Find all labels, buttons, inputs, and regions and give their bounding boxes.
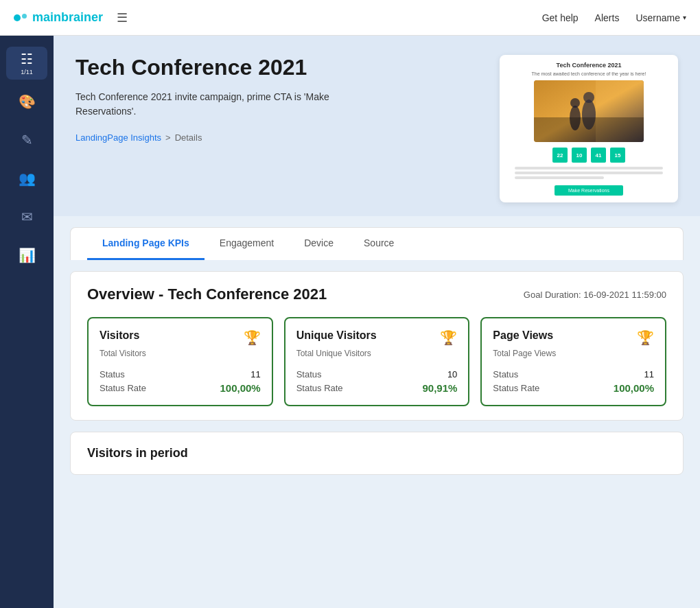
breadcrumb-link[interactable]: LandingPage Insights xyxy=(75,132,161,143)
unique-visitors-trophy-icon: 🏆 xyxy=(440,329,457,346)
design-icon: 🎨 xyxy=(19,93,36,110)
page-title: Tech Conference 2021 xyxy=(75,55,364,80)
unique-visitors-rate-row: Status Rate 90,91% xyxy=(296,382,458,394)
nav-right: Get help Alerts Username ▾ xyxy=(542,12,686,23)
svg-point-3 xyxy=(582,100,596,130)
preview-text-lines xyxy=(515,167,663,181)
visitors-rate-row: Status Rate 100,00% xyxy=(100,382,261,394)
sidebar-item-label-dashboard: 1/11 xyxy=(21,69,33,75)
metric-page-views-stats: Status 11 Status Rate 100,00% xyxy=(493,369,654,394)
sidebar-item-design[interactable]: 🎨 xyxy=(6,85,47,118)
edit-icon: ✎ xyxy=(21,132,33,148)
dashboard-icon: ☷ xyxy=(21,51,33,67)
logo-area: mainbrainer ☰ xyxy=(14,10,542,25)
analytics-icon: 📊 xyxy=(19,247,36,264)
page-views-status-value: 11 xyxy=(644,369,654,379)
sidebar: ☷ 1/11 🎨 ✎ 👥 ✉ 📊 xyxy=(0,36,54,608)
overview-title: Overview - Tech Conference 2021 xyxy=(87,285,327,303)
page-views-rate-label: Status Rate xyxy=(493,383,539,393)
metric-card-page-views-header: Page Views 🏆 xyxy=(493,329,654,346)
header-card: Tech Conference 2021 Tech Conference 202… xyxy=(54,36,700,216)
metric-unique-visitors-title: Unique Visitors xyxy=(296,329,377,342)
counter-3: 41 xyxy=(591,148,606,163)
visitors-rate-value: 100,00% xyxy=(220,382,260,394)
alerts-link[interactable]: Alerts xyxy=(595,12,620,23)
preview-counters: 22 10 41 15 xyxy=(552,148,625,163)
goal-duration-value: 16-09-2021 11:59:00 xyxy=(583,290,666,300)
page-views-rate-value: 100,00% xyxy=(614,382,654,394)
users-icon: 👥 xyxy=(19,170,36,187)
sidebar-item-analytics[interactable]: 📊 xyxy=(6,239,47,272)
counter-2: 10 xyxy=(572,148,587,163)
visitors-in-period-title: Visitors in period xyxy=(87,446,666,460)
svg-point-4 xyxy=(583,92,594,103)
preview-line-3 xyxy=(515,176,604,179)
visitors-status-value: 11 xyxy=(250,369,260,379)
header-description: Tech Conference 2021 invite campaign, pr… xyxy=(75,90,364,119)
preview-cta-button: Make Reservations xyxy=(555,185,623,196)
unique-visitors-rate-label: Status Rate xyxy=(296,383,343,393)
metric-visitors-subtitle: Total Visitors xyxy=(100,349,261,358)
metric-card-unique-visitors: Unique Visitors 🏆 Total Unique Visitors … xyxy=(284,317,470,406)
metric-cards: Visitors 🏆 Total Visitors Status 11 Stat… xyxy=(87,317,666,406)
metric-unique-visitors-subtitle: Total Unique Visitors xyxy=(296,349,458,358)
top-nav: mainbrainer ☰ Get help Alerts Username ▾ xyxy=(0,0,700,36)
sidebar-item-edit[interactable]: ✎ xyxy=(6,124,47,156)
sidebar-item-dashboard[interactable]: ☷ 1/11 xyxy=(6,47,47,80)
metric-page-views-subtitle: Total Page Views xyxy=(493,349,654,358)
mail-icon: ✉ xyxy=(21,209,33,225)
preview-title: Tech Conference 2021 xyxy=(557,62,622,69)
tab-device[interactable]: Device xyxy=(289,228,349,260)
breadcrumb-separator: > xyxy=(165,132,171,143)
sidebar-item-mail[interactable]: ✉ xyxy=(6,200,47,233)
overview-header: Overview - Tech Conference 2021 Goal Dur… xyxy=(87,285,666,303)
get-help-link[interactable]: Get help xyxy=(542,12,579,23)
visitors-status-row: Status 11 xyxy=(100,369,261,379)
breadcrumb: LandingPage Insights > Details xyxy=(75,132,364,143)
page-views-status-row: Status 11 xyxy=(493,369,654,379)
metric-card-unique-visitors-header: Unique Visitors 🏆 xyxy=(296,329,458,346)
main-layout: ☷ 1/11 🎨 ✎ 👥 ✉ 📊 Tech Conference 2021 Te… xyxy=(0,36,700,608)
goal-duration: Goal Duration: 16-09-2021 11:59:00 xyxy=(524,290,666,300)
user-menu[interactable]: Username ▾ xyxy=(635,12,686,23)
page-views-rate-row: Status Rate 100,00% xyxy=(493,382,654,394)
preview-subtitle: The most awaited tech conference of the … xyxy=(532,71,646,76)
unique-visitors-rate-value: 90,91% xyxy=(422,382,457,394)
svg-point-1 xyxy=(570,106,581,130)
metric-card-visitors: Visitors 🏆 Total Visitors Status 11 Stat… xyxy=(87,317,273,406)
tab-landing-page-kpis[interactable]: Landing Page KPIs xyxy=(87,228,205,260)
metric-unique-visitors-stats: Status 10 Status Rate 90,91% xyxy=(296,369,458,394)
counter-4: 15 xyxy=(610,148,625,163)
goal-duration-label: Goal Duration: xyxy=(524,290,581,300)
svg-point-2 xyxy=(570,98,580,108)
preview-line-1 xyxy=(515,167,663,169)
unique-visitors-status-row: Status 10 xyxy=(296,369,458,379)
metric-visitors-stats: Status 11 Status Rate 100,00% xyxy=(100,369,261,394)
visitors-in-period-section: Visitors in period xyxy=(70,432,684,475)
logo-icon xyxy=(14,14,27,21)
page-views-trophy-icon: 🏆 xyxy=(637,329,654,346)
main-content: Tech Conference 2021 Tech Conference 202… xyxy=(54,36,700,608)
metric-page-views-title: Page Views xyxy=(493,329,553,342)
visitors-rate-label: Status Rate xyxy=(100,383,146,393)
svg-rect-5 xyxy=(596,80,644,142)
hamburger-menu[interactable]: ☰ xyxy=(117,10,128,25)
overview-card: Overview - Tech Conference 2021 Goal Dur… xyxy=(70,271,684,421)
unique-visitors-status-value: 10 xyxy=(447,369,457,379)
preview-image xyxy=(534,80,644,142)
tabs-bar: Landing Page KPIs Engagement Device Sour… xyxy=(70,227,684,260)
visitors-status-label: Status xyxy=(100,369,125,379)
metric-visitors-title: Visitors xyxy=(100,329,139,342)
counter-1: 22 xyxy=(552,148,568,163)
email-preview: Tech Conference 2021 The most awaited te… xyxy=(500,55,678,202)
tab-engagement[interactable]: Engagement xyxy=(205,228,289,260)
username-label: Username xyxy=(635,12,680,23)
visitors-trophy-icon: 🏆 xyxy=(244,329,261,346)
tab-source[interactable]: Source xyxy=(349,228,409,260)
page-views-status-label: Status xyxy=(493,369,518,379)
sidebar-item-users[interactable]: 👥 xyxy=(6,162,47,195)
metric-card-page-views: Page Views 🏆 Total Page Views Status 11 … xyxy=(480,317,666,406)
logo-text: mainbrainer xyxy=(32,10,103,25)
preview-line-2 xyxy=(515,172,663,174)
user-menu-arrow: ▾ xyxy=(683,14,686,21)
